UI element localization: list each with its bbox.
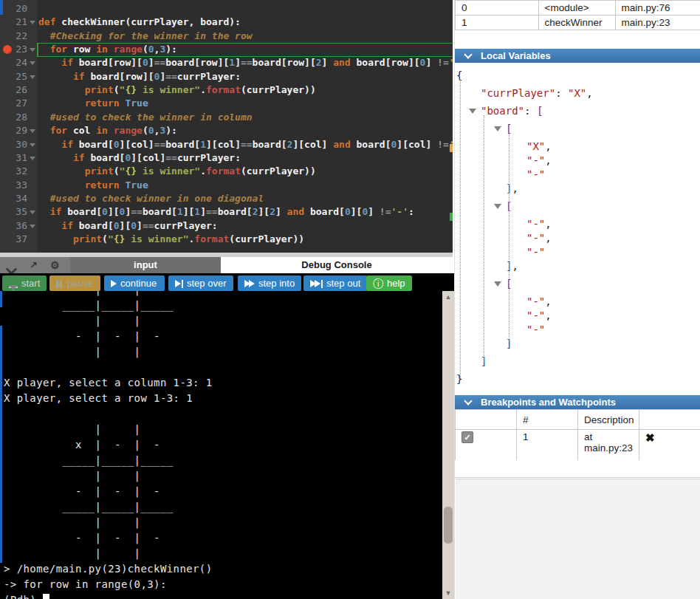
code-token: (	[114, 84, 120, 95]
gutter-line-34[interactable]: 34	[0, 192, 37, 205]
code-line-25[interactable]: if board[row][0]==currPlayer:	[38, 70, 241, 83]
continue-button[interactable]: continue	[104, 275, 165, 291]
gutter-line-36[interactable]: 36	[0, 219, 37, 233]
step-into-button[interactable]: step into	[238, 275, 301, 291]
code-token: '-'	[391, 206, 408, 217]
breakpoints-column-header: Description	[578, 410, 639, 430]
tree-expander-icon[interactable]	[494, 281, 501, 287]
code-line-29[interactable]: for col in range(0,3):	[38, 124, 177, 137]
code-token: 2	[270, 206, 275, 217]
code-editor[interactable]: 202122232425262728293031323334353637 def…	[0, 0, 453, 253]
tree-expander-icon[interactable]	[494, 126, 501, 131]
start-button[interactable]: start	[2, 275, 47, 291]
code-line-37[interactable]: print("{} is winner".format(currPlayer))	[38, 233, 304, 246]
fold-arrow-icon[interactable]	[30, 75, 35, 79]
fold-arrow-icon[interactable]	[30, 210, 35, 214]
console-scrollbar-thumb[interactable]	[444, 507, 453, 544]
fold-arrow-icon[interactable]	[30, 129, 35, 133]
gutter-line-21[interactable]: 21	[0, 16, 37, 29]
code-token: format	[194, 233, 229, 244]
gutter-line-29[interactable]: 29	[0, 124, 37, 137]
call-stack-frame-row[interactable]: 0<module>main.py:76	[456, 1, 700, 16]
button-label: step out	[326, 278, 360, 289]
gutter-line-30[interactable]: 30	[0, 138, 37, 151]
tree-indent-guide	[460, 80, 461, 378]
breakpoint-enabled-checkbox[interactable]: ✓	[461, 431, 473, 443]
tree-token: ,	[545, 232, 551, 244]
delete-breakpoint-icon[interactable]: ✖	[645, 431, 655, 444]
console-focus-strip	[0, 326, 2, 563]
code-token: ==	[143, 220, 154, 231]
code-line-34[interactable]: #used to check winner in one diagonal	[38, 192, 264, 205]
gutter-line-35[interactable]: 35	[0, 205, 37, 219]
tree-token: "-"	[526, 232, 545, 244]
gutter-line-32[interactable]: 32	[0, 165, 37, 178]
code-token: board[	[85, 152, 126, 163]
code-line-30[interactable]: if board[0][col]==board[1][col]==board[2…	[38, 138, 453, 151]
call-stack-location: main.py:23	[615, 16, 700, 30]
terminal-cursor	[43, 594, 49, 599]
settings-gear-icon[interactable]: ⚙	[50, 259, 60, 271]
code-line-28[interactable]: #used to check the winner in column	[38, 111, 253, 124]
step-out-button[interactable]: step out	[303, 275, 367, 291]
breakpoints-header[interactable]: Breakpoints and Watchpoints	[455, 395, 700, 409]
code-line-26[interactable]: print("{} is winner".format(currPlayer))	[38, 83, 316, 97]
gutter-line-24[interactable]: 24	[0, 56, 37, 69]
fold-arrow-icon[interactable]	[30, 21, 35, 24]
local-variables-title: Local Variables	[481, 49, 551, 63]
fold-arrow-icon[interactable]	[30, 61, 35, 65]
code-token: (	[143, 125, 148, 136]
tree-expander-icon[interactable]	[494, 204, 501, 209]
fold-arrow-icon[interactable]	[30, 157, 35, 160]
code-line-31[interactable]: if board[0][col]==currPlayer:	[38, 151, 241, 165]
gutter-line-31[interactable]: 31	[0, 151, 37, 165]
code-line-33[interactable]: return True	[38, 179, 148, 192]
code-line-24[interactable]: if board[row][0]==board[row][1]==board[r…	[38, 56, 453, 69]
tab-input[interactable]: input	[70, 257, 221, 273]
code-token: ]	[425, 57, 437, 68]
tree-expander-icon[interactable]	[469, 109, 476, 114]
code-line-21[interactable]: def checkWinner(currPlayer, board):	[38, 16, 241, 29]
code-token	[38, 220, 61, 231]
tree-token: "board"	[481, 105, 524, 117]
code-line-22[interactable]: #Checking for the winner in the row	[38, 30, 253, 43]
tab-debug-console[interactable]: Debug Console	[221, 257, 453, 273]
gutter-line-28[interactable]: 28	[0, 111, 37, 124]
code-token: 0	[114, 220, 120, 231]
console-scrollbar[interactable]: ▲ ▼	[442, 291, 454, 599]
scroll-up-icon[interactable]: ▲	[442, 291, 454, 303]
debug-console-output[interactable]: | | _____|_____|_____ | | - | - | - | | …	[0, 291, 454, 599]
fold-arrow-icon[interactable]	[30, 225, 35, 228]
code-line-35[interactable]: if board[0][0]==board[1][1]==board[2][2]…	[38, 205, 414, 219]
code-token: 0	[102, 206, 108, 217]
gutter-line-27[interactable]: 27	[0, 97, 37, 110]
chevron-down-icon[interactable]	[464, 50, 472, 58]
gutter-line-33[interactable]: 33	[0, 179, 37, 192]
code-token: 1	[200, 139, 206, 150]
fold-arrow-icon[interactable]	[30, 48, 35, 52]
gutter-line-26[interactable]: 26	[0, 83, 37, 97]
scroll-down-icon[interactable]: ▼	[442, 587, 454, 599]
variable-tree-row: "currPlayer": "X",	[481, 87, 593, 99]
code-token: format	[206, 84, 241, 95]
local-variables-header[interactable]: Local Variables	[455, 49, 700, 63]
chevron-down-icon[interactable]	[464, 397, 472, 405]
pause-button[interactable]: pause	[49, 275, 100, 291]
fold-arrow-icon[interactable]	[30, 143, 35, 147]
local-variables-tree: {"currPlayer": "X","board": [["X","-","-…	[455, 63, 700, 394]
gutter-line-22[interactable]: 22	[0, 30, 37, 43]
help-button[interactable]: ⓘhelp	[366, 275, 412, 291]
code-line-32[interactable]: print("{} is winner".format(currPlayer))	[38, 165, 316, 178]
call-stack-frame-row[interactable]: 1checkWinnermain.py:23	[456, 16, 700, 30]
code-line-27[interactable]: return True	[38, 97, 148, 110]
expand-panel-icon[interactable]: ↗	[30, 259, 38, 270]
editor-gutter[interactable]: 202122232425262728293031323334353637	[0, 0, 37, 253]
code-token: return	[85, 97, 120, 109]
breakpoint-dot[interactable]	[3, 45, 12, 54]
code-line-36[interactable]: if board[0][0]==currPlayer:	[38, 219, 218, 233]
gutter-line-20[interactable]: 20	[0, 2, 37, 16]
step-over-button[interactable]: step over	[168, 275, 233, 291]
gutter-line-25[interactable]: 25	[0, 70, 37, 83]
gutter-line-37[interactable]: 37	[0, 233, 37, 246]
variable-tree-row: ],	[506, 182, 518, 194]
